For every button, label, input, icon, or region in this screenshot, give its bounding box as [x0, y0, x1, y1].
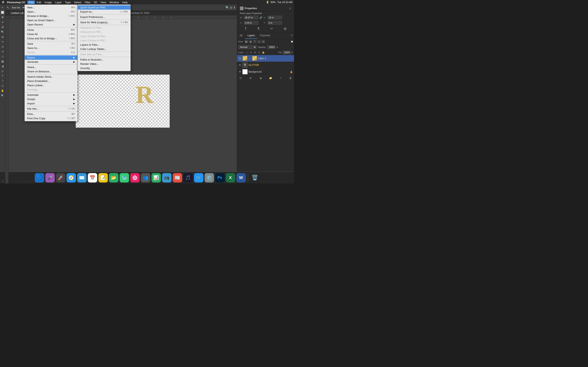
- menu-layer[interactable]: Layer: [53, 1, 63, 4]
- tool-history[interactable]: ↺: [0, 49, 5, 54]
- menu-import[interactable]: Import ▶: [25, 101, 77, 106]
- h-input[interactable]: [268, 16, 282, 19]
- menu-save-as[interactable]: Save As... ⇧⌘S: [25, 46, 77, 50]
- paragraph-icon[interactable]: ¶: [258, 27, 260, 31]
- filter-smart-icon[interactable]: ⚙: [261, 40, 265, 43]
- dock-files[interactable]: 📂: [109, 173, 118, 183]
- artboards-to-files[interactable]: Artboards to Files...: [78, 25, 130, 30]
- tool-zoom[interactable]: 🔍: [0, 93, 5, 98]
- opacity-stepper[interactable]: ▾: [277, 46, 278, 49]
- menu-close[interactable]: Close ⌘W: [25, 28, 77, 32]
- menu-select[interactable]: Select: [72, 1, 83, 4]
- add-adjustment-icon[interactable]: ◑: [259, 76, 262, 80]
- paths-to-illustrator[interactable]: Paths to Illustrator...: [78, 58, 130, 62]
- close-tab-icon[interactable]: ×: [5, 11, 9, 15]
- link-icon[interactable]: 🔗: [259, 16, 262, 19]
- menu-generate[interactable]: Generate ▶: [25, 60, 77, 64]
- data-sets-as-files[interactable]: Data Sets as Files...: [78, 52, 130, 57]
- dock-keynote[interactable]: 📺: [162, 173, 172, 183]
- auto-select-dropdown[interactable]: Auto-Se...: [11, 6, 25, 9]
- menu-share[interactable]: Share...: [25, 65, 77, 69]
- apple-menu[interactable]: ⌘: [2, 1, 4, 4]
- tool-crop[interactable]: ⊞: [0, 25, 5, 29]
- search-icon[interactable]: 🔍: [226, 6, 229, 9]
- menu-view[interactable]: View: [99, 1, 108, 4]
- lock-move-icon[interactable]: ✛: [253, 51, 257, 54]
- menu-revert[interactable]: Revert F12: [25, 50, 77, 54]
- menu-filter[interactable]: Filter: [83, 1, 92, 4]
- menu-package[interactable]: Package...: [25, 87, 77, 92]
- dock-trash[interactable]: 🗑️: [250, 173, 259, 183]
- menu-save[interactable]: Save ⌘S: [25, 42, 77, 46]
- menu-print[interactable]: Print... ⌘P: [25, 112, 77, 116]
- opacity-input[interactable]: [267, 45, 276, 49]
- menu-place-linked[interactable]: Place Linked...: [25, 83, 77, 87]
- props-options[interactable]: ☰: [289, 7, 291, 10]
- menu-new[interactable]: New... ⌘N: [25, 5, 77, 9]
- menu-file[interactable]: File: [27, 1, 35, 4]
- tool-pen[interactable]: 🖊: [0, 69, 5, 73]
- zoomify[interactable]: Zoomify...: [78, 66, 130, 70]
- tool-shape[interactable]: ◻: [0, 83, 5, 88]
- tool-magic-wand[interactable]: ✦: [0, 20, 5, 25]
- layer-comps-to-files[interactable]: Layer Comps to Files...: [78, 34, 130, 38]
- dock-launchpad[interactable]: 🚀: [56, 173, 65, 183]
- color-lookup-tables[interactable]: Color Lookup Tables...: [78, 47, 130, 51]
- menu-type[interactable]: Type: [63, 1, 72, 4]
- menu-export[interactable]: Export ▶: [25, 55, 77, 60]
- dock-maps[interactable]: 🗺️: [120, 173, 129, 183]
- render-video[interactable]: Render Video...: [78, 62, 130, 66]
- menu-share-behance[interactable]: Share on Behance...: [25, 69, 77, 74]
- tool-clone[interactable]: ⊙: [0, 44, 5, 49]
- tab-layers[interactable]: Layers: [245, 33, 257, 39]
- filter-adjust-icon[interactable]: ◑: [249, 40, 252, 43]
- menu-search-stock[interactable]: Search Adobe Stock...: [25, 75, 77, 79]
- layer-row-background[interactable]: 👁 Background 🔒: [237, 68, 294, 75]
- dock-photos[interactable]: 🌸: [130, 173, 140, 183]
- export-preferences[interactable]: Export Preferences...: [78, 15, 130, 19]
- tab-3d[interactable]: 3D: [237, 33, 245, 39]
- glitter-visibility-toggle[interactable]: 👁: [238, 63, 242, 67]
- add-layer-style-icon[interactable]: fx: [239, 76, 242, 80]
- y-input[interactable]: [268, 21, 282, 25]
- menu-3d[interactable]: 3D: [92, 1, 99, 4]
- add-group-icon[interactable]: 📁: [269, 76, 272, 80]
- layer-comps-to-pdf[interactable]: Layer Comps to PDF...: [78, 38, 130, 43]
- lock-artboard-icon[interactable]: ◻: [258, 51, 261, 54]
- dock-siri[interactable]: 🎤: [45, 173, 55, 183]
- tool-path-select[interactable]: ⭡: [0, 79, 5, 83]
- lock-paint-icon[interactable]: ✏: [249, 51, 252, 54]
- menu-open-smart[interactable]: Open as Smart Object...: [25, 18, 77, 22]
- menu-file-info[interactable]: File Info... ⌥⇧⌘I: [25, 107, 77, 111]
- filter-toggle-dot[interactable]: [291, 41, 293, 42]
- menu-automate[interactable]: Automate ▶: [25, 93, 77, 97]
- background-visibility-toggle[interactable]: 👁: [238, 70, 242, 73]
- dock-finder[interactable]: 🔵: [35, 173, 44, 183]
- save-for-web[interactable]: Save for Web (Legacy)... ⌥⇧⌘S: [78, 20, 130, 25]
- tool-healing[interactable]: ⊕: [0, 35, 5, 39]
- fill-input[interactable]: [283, 50, 291, 54]
- layer1-visibility-toggle[interactable]: 👁: [238, 57, 242, 60]
- tool-select-rect[interactable]: ⬜: [0, 10, 5, 15]
- dock-word[interactable]: W: [236, 173, 246, 183]
- menu-window[interactable]: Window: [108, 1, 121, 4]
- tool-eyedropper[interactable]: 🔍: [0, 30, 5, 34]
- share-icon[interactable]: ⬆: [233, 6, 236, 9]
- export-quick-png[interactable]: Quick Export as PNG: [78, 5, 130, 9]
- export-as[interactable]: Export As... ⌥⇧⌘W: [78, 9, 130, 14]
- scissors-icon[interactable]: ✂: [270, 27, 273, 31]
- menu-place-embedded[interactable]: Place Embedded...: [25, 79, 77, 83]
- tool-type[interactable]: T: [0, 74, 5, 78]
- dock-safari[interactable]: 🧭: [67, 173, 76, 183]
- lock-transparent-icon[interactable]: ⬚: [245, 51, 249, 54]
- menu-image[interactable]: Image: [43, 1, 53, 4]
- blend-mode-select[interactable]: Normal Multiply Screen Overlay: [238, 45, 257, 49]
- dock-face[interactable]: 👥: [141, 173, 150, 183]
- add-layer-icon[interactable]: +: [279, 76, 282, 80]
- layout-icon[interactable]: ⊞: [230, 6, 232, 9]
- tool-move[interactable]: ↖: [0, 5, 5, 10]
- tool-gradient[interactable]: ▦: [0, 59, 5, 64]
- tool-dodge[interactable]: ◑: [0, 64, 5, 68]
- dock-calendar[interactable]: 📅: [88, 173, 97, 183]
- dock-syspref[interactable]: ⚙️: [205, 173, 214, 183]
